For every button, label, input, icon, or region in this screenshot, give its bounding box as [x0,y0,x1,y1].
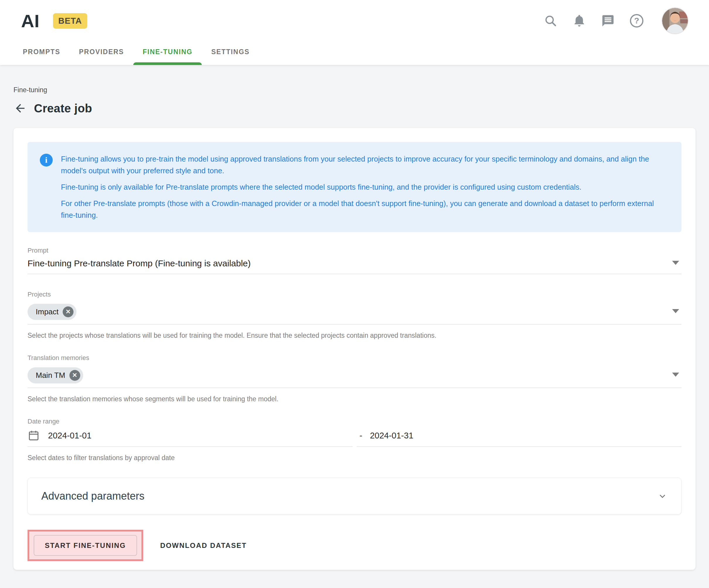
info-icon: i [40,153,53,167]
chevron-down-icon[interactable] [672,261,679,265]
translation-memories-field: Translation memories Main TM ✕ Select th… [28,354,681,403]
prompt-label: Prompt [28,247,681,254]
breadcrumb[interactable]: Fine-tuning [14,86,695,94]
translation-memories-label: Translation memories [28,354,681,362]
date-end-input[interactable]: - 2024-01-31 [357,429,682,447]
info-paragraph: For other Pre-translate prompts (those w… [61,198,669,221]
prompt-field: Prompt Fine-tuning Pre-translate Promp (… [28,247,681,274]
tab-fine-tuning[interactable]: FINE-TUNING [133,39,202,65]
info-paragraph: Fine-tuning is only available for Pre-tr… [61,181,669,193]
chevron-down-icon[interactable] [672,372,679,377]
create-job-card: i Fine-tuning allows you to pre-train th… [14,128,695,570]
tm-chip: Main TM ✕ [28,367,83,384]
chevron-down-icon[interactable] [672,309,679,313]
active-tab-indicator [133,62,202,65]
bell-icon[interactable] [573,14,586,28]
advanced-parameters-title: Advanced parameters [41,490,657,502]
chevron-down-icon[interactable] [657,491,668,501]
date-end-value: 2024-01-31 [370,431,413,441]
prompt-select[interactable]: Fine-tuning Pre-translate Promp (Fine-tu… [28,258,681,274]
main-content: Fine-tuning Create job i Fine-tuning all… [0,86,709,570]
page-title: Create job [34,102,92,115]
info-box: i Fine-tuning allows you to pre-train th… [28,142,681,232]
projects-helper: Select the projects whose translations w… [28,332,681,339]
date-range-label: Date range [28,418,681,425]
remove-chip-icon[interactable]: ✕ [70,370,80,381]
tm-chip-label: Main TM [36,371,65,380]
download-dataset-button[interactable]: DOWNLOAD DATASET [153,536,254,556]
app-logo: AI [21,10,40,31]
date-start-value: 2024-01-01 [48,431,91,441]
projects-select[interactable]: Impact ✕ [28,302,681,325]
date-range-helper: Select dates to filter translations by a… [28,454,681,462]
advanced-parameters-panel[interactable]: Advanced parameters [28,478,681,514]
app-header: AI BETA ? [0,0,709,65]
date-start-input[interactable]: 2024-01-01 [28,429,352,447]
calendar-icon[interactable] [28,429,40,442]
back-button[interactable] [14,102,27,115]
start-fine-tuning-button[interactable]: START FINE-TUNING [34,535,137,556]
date-range-field: Date range 2024-01-01 - 2024-01-31 Selec… [28,418,681,462]
date-separator: - [360,431,363,441]
chat-icon[interactable] [601,14,615,28]
project-chip: Impact ✕ [28,304,76,320]
arrow-left-icon [14,102,27,115]
tab-providers[interactable]: PROVIDERS [70,39,133,65]
avatar[interactable] [662,8,688,34]
help-icon[interactable]: ? [630,14,644,28]
beta-badge: BETA [53,13,87,29]
click-target-highlight: START FINE-TUNING [28,530,143,561]
remove-chip-icon[interactable]: ✕ [63,306,74,317]
tab-bar: PROMPTS PROVIDERS FINE-TUNING SETTINGS [14,39,709,65]
translation-memories-select[interactable]: Main TM ✕ [28,366,681,388]
tab-settings[interactable]: SETTINGS [202,39,259,65]
translation-memories-helper: Select the translation memories whose se… [28,395,681,403]
project-chip-label: Impact [36,307,58,316]
info-paragraph: Fine-tuning allows you to pre-train the … [61,153,669,176]
projects-field: Projects Impact ✕ Select the projects wh… [28,291,681,339]
tab-prompts[interactable]: PROMPTS [14,39,70,65]
prompt-value: Fine-tuning Pre-translate Promp (Fine-tu… [28,258,667,269]
projects-label: Projects [28,291,681,298]
search-icon[interactable] [544,14,557,28]
